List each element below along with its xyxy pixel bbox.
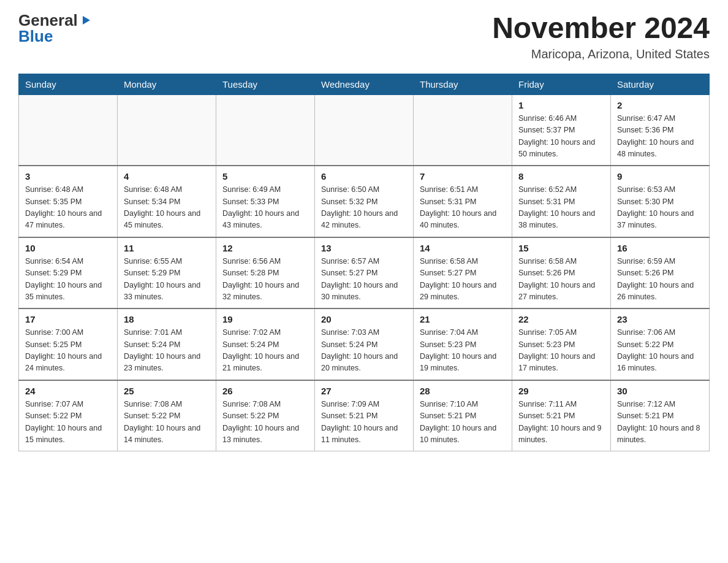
- calendar-day-cell: 13Sunrise: 6:57 AM Sunset: 5:27 PM Dayli…: [315, 237, 414, 309]
- day-number: 25: [124, 386, 210, 396]
- calendar-day-cell: [414, 94, 512, 166]
- day-info: Sunrise: 7:05 AM Sunset: 5:23 PM Dayligh…: [518, 327, 604, 375]
- calendar-day-cell: 24Sunrise: 7:07 AM Sunset: 5:22 PM Dayli…: [19, 380, 118, 451]
- day-info: Sunrise: 6:51 AM Sunset: 5:31 PM Dayligh…: [420, 184, 506, 232]
- calendar-header-friday: Friday: [512, 74, 611, 94]
- location-text: Maricopa, Arizona, United States: [492, 47, 710, 61]
- calendar-day-cell: 8Sunrise: 6:52 AM Sunset: 5:31 PM Daylig…: [512, 166, 611, 237]
- calendar-day-cell: 15Sunrise: 6:58 AM Sunset: 5:26 PM Dayli…: [512, 237, 611, 309]
- calendar-day-cell: 1Sunrise: 6:46 AM Sunset: 5:37 PM Daylig…: [512, 94, 611, 166]
- calendar-day-cell: 22Sunrise: 7:05 AM Sunset: 5:23 PM Dayli…: [512, 308, 611, 380]
- day-number: 13: [321, 243, 407, 253]
- day-info: Sunrise: 6:57 AM Sunset: 5:27 PM Dayligh…: [321, 256, 407, 304]
- day-number: 23: [617, 314, 703, 324]
- calendar-day-cell: 29Sunrise: 7:11 AM Sunset: 5:21 PM Dayli…: [512, 380, 611, 451]
- day-info: Sunrise: 7:09 AM Sunset: 5:21 PM Dayligh…: [321, 399, 407, 446]
- calendar-day-cell: 3Sunrise: 6:48 AM Sunset: 5:35 PM Daylig…: [19, 166, 118, 237]
- day-number: 18: [124, 314, 210, 324]
- day-number: 19: [222, 314, 308, 324]
- svg-marker-0: [83, 16, 90, 25]
- day-info: Sunrise: 6:56 AM Sunset: 5:28 PM Dayligh…: [222, 256, 308, 304]
- calendar-day-cell: 7Sunrise: 6:51 AM Sunset: 5:31 PM Daylig…: [414, 166, 512, 237]
- day-number: 26: [222, 386, 308, 396]
- day-info: Sunrise: 7:04 AM Sunset: 5:23 PM Dayligh…: [420, 327, 506, 375]
- calendar-header-saturday: Saturday: [611, 74, 710, 94]
- calendar-week-row: 3Sunrise: 6:48 AM Sunset: 5:35 PM Daylig…: [19, 166, 710, 237]
- logo-arrow-icon: [80, 15, 91, 26]
- day-info: Sunrise: 6:54 AM Sunset: 5:29 PM Dayligh…: [25, 256, 111, 304]
- calendar-day-cell: [19, 94, 118, 166]
- day-info: Sunrise: 7:07 AM Sunset: 5:22 PM Dayligh…: [25, 399, 111, 446]
- day-info: Sunrise: 7:06 AM Sunset: 5:22 PM Dayligh…: [617, 327, 703, 375]
- day-number: 6: [321, 171, 407, 182]
- day-info: Sunrise: 6:48 AM Sunset: 5:35 PM Dayligh…: [25, 184, 111, 232]
- calendar-day-cell: [118, 94, 216, 166]
- day-number: 17: [25, 314, 111, 324]
- day-number: 12: [222, 243, 308, 253]
- day-info: Sunrise: 6:53 AM Sunset: 5:30 PM Dayligh…: [617, 184, 703, 232]
- day-info: Sunrise: 7:02 AM Sunset: 5:24 PM Dayligh…: [222, 327, 308, 375]
- calendar-day-cell: 14Sunrise: 6:58 AM Sunset: 5:27 PM Dayli…: [414, 237, 512, 309]
- calendar-week-row: 1Sunrise: 6:46 AM Sunset: 5:37 PM Daylig…: [19, 94, 710, 166]
- day-number: 11: [124, 243, 210, 253]
- day-number: 27: [321, 386, 407, 396]
- day-info: Sunrise: 6:52 AM Sunset: 5:31 PM Dayligh…: [518, 184, 604, 232]
- calendar-day-cell: 5Sunrise: 6:49 AM Sunset: 5:33 PM Daylig…: [216, 166, 315, 237]
- calendar-day-cell: 26Sunrise: 7:08 AM Sunset: 5:22 PM Dayli…: [216, 380, 315, 451]
- day-number: 30: [617, 386, 703, 396]
- calendar-day-cell: 17Sunrise: 7:00 AM Sunset: 5:25 PM Dayli…: [19, 308, 118, 380]
- day-number: 8: [518, 171, 604, 182]
- day-number: 9: [617, 171, 703, 182]
- calendar-week-row: 10Sunrise: 6:54 AM Sunset: 5:29 PM Dayli…: [19, 237, 710, 309]
- calendar-header-thursday: Thursday: [414, 74, 512, 94]
- calendar-day-cell: 16Sunrise: 6:59 AM Sunset: 5:26 PM Dayli…: [611, 237, 710, 309]
- page-header: General Blue November 2024 Maricopa, Ari…: [18, 12, 710, 61]
- day-number: 15: [518, 243, 604, 253]
- calendar-day-cell: 12Sunrise: 6:56 AM Sunset: 5:28 PM Dayli…: [216, 237, 315, 309]
- month-title: November 2024: [492, 12, 710, 45]
- day-info: Sunrise: 7:10 AM Sunset: 5:21 PM Dayligh…: [420, 399, 506, 446]
- day-info: Sunrise: 7:08 AM Sunset: 5:22 PM Dayligh…: [124, 399, 210, 446]
- day-info: Sunrise: 7:00 AM Sunset: 5:25 PM Dayligh…: [25, 327, 111, 375]
- day-info: Sunrise: 6:55 AM Sunset: 5:29 PM Dayligh…: [124, 256, 210, 304]
- day-number: 21: [420, 314, 506, 324]
- calendar-day-cell: [216, 94, 315, 166]
- calendar-day-cell: 21Sunrise: 7:04 AM Sunset: 5:23 PM Dayli…: [414, 308, 512, 380]
- calendar-day-cell: 10Sunrise: 6:54 AM Sunset: 5:29 PM Dayli…: [19, 237, 118, 309]
- day-number: 16: [617, 243, 703, 253]
- day-number: 14: [420, 243, 506, 253]
- day-number: 3: [25, 171, 111, 182]
- calendar-day-cell: 11Sunrise: 6:55 AM Sunset: 5:29 PM Dayli…: [118, 237, 216, 309]
- calendar-day-cell: 27Sunrise: 7:09 AM Sunset: 5:21 PM Dayli…: [315, 380, 414, 451]
- calendar-day-cell: 30Sunrise: 7:12 AM Sunset: 5:21 PM Dayli…: [611, 380, 710, 451]
- day-number: 29: [518, 386, 604, 396]
- day-number: 22: [518, 314, 604, 324]
- calendar-week-row: 17Sunrise: 7:00 AM Sunset: 5:25 PM Dayli…: [19, 308, 710, 380]
- calendar-header-tuesday: Tuesday: [216, 74, 315, 94]
- day-info: Sunrise: 7:12 AM Sunset: 5:21 PM Dayligh…: [617, 399, 703, 446]
- calendar-day-cell: 25Sunrise: 7:08 AM Sunset: 5:22 PM Dayli…: [118, 380, 216, 451]
- day-info: Sunrise: 6:58 AM Sunset: 5:27 PM Dayligh…: [420, 256, 506, 304]
- day-number: 7: [420, 171, 506, 182]
- day-info: Sunrise: 6:48 AM Sunset: 5:34 PM Dayligh…: [124, 184, 210, 232]
- calendar-day-cell: 23Sunrise: 7:06 AM Sunset: 5:22 PM Dayli…: [611, 308, 710, 380]
- calendar-day-cell: [315, 94, 414, 166]
- calendar-day-cell: 28Sunrise: 7:10 AM Sunset: 5:21 PM Dayli…: [414, 380, 512, 451]
- calendar-header-wednesday: Wednesday: [315, 74, 414, 94]
- day-info: Sunrise: 6:59 AM Sunset: 5:26 PM Dayligh…: [617, 256, 703, 304]
- day-number: 28: [420, 386, 506, 396]
- day-info: Sunrise: 7:11 AM Sunset: 5:21 PM Dayligh…: [518, 399, 604, 446]
- calendar-day-cell: 20Sunrise: 7:03 AM Sunset: 5:24 PM Dayli…: [315, 308, 414, 380]
- calendar-day-cell: 6Sunrise: 6:50 AM Sunset: 5:32 PM Daylig…: [315, 166, 414, 237]
- day-number: 10: [25, 243, 111, 253]
- day-number: 2: [617, 100, 703, 110]
- day-info: Sunrise: 6:58 AM Sunset: 5:26 PM Dayligh…: [518, 256, 604, 304]
- day-info: Sunrise: 7:08 AM Sunset: 5:22 PM Dayligh…: [222, 399, 308, 446]
- calendar-day-cell: 19Sunrise: 7:02 AM Sunset: 5:24 PM Dayli…: [216, 308, 315, 380]
- day-info: Sunrise: 7:03 AM Sunset: 5:24 PM Dayligh…: [321, 327, 407, 375]
- day-info: Sunrise: 6:49 AM Sunset: 5:33 PM Dayligh…: [222, 184, 308, 232]
- day-info: Sunrise: 7:01 AM Sunset: 5:24 PM Dayligh…: [124, 327, 210, 375]
- calendar-header-sunday: Sunday: [19, 74, 118, 94]
- logo: General Blue: [18, 12, 91, 44]
- day-number: 24: [25, 386, 111, 396]
